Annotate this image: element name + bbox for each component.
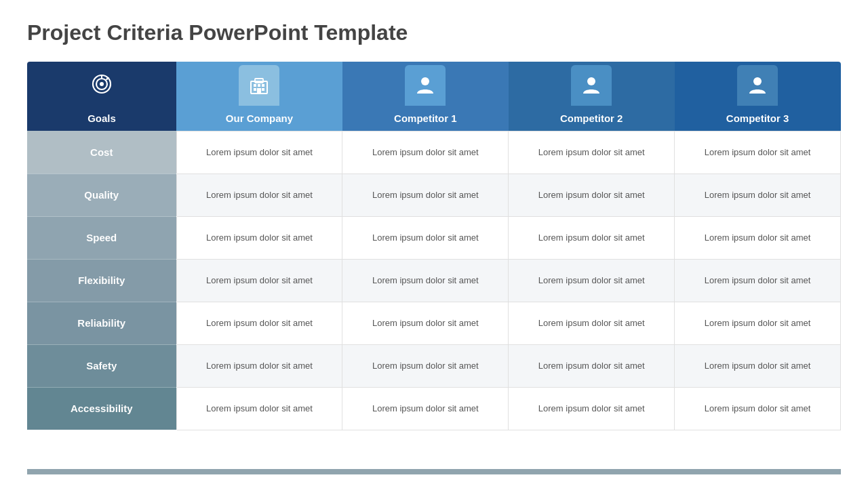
data-cell: Lorem ipsum dolor sit amet <box>509 344 675 387</box>
data-cell: Lorem ipsum dolor sit amet <box>176 131 342 174</box>
data-cell: Lorem ipsum dolor sit amet <box>342 259 509 302</box>
page-wrapper: Project Criteria PowerPoint Template <box>0 0 868 488</box>
table-row: QualityLorem ipsum dolor sit ametLorem i… <box>27 174 841 216</box>
data-cell: Lorem ipsum dolor sit amet <box>509 259 675 302</box>
goal-label: Safety <box>27 344 176 387</box>
data-cell: Lorem ipsum dolor sit amet <box>509 387 675 430</box>
data-cell: Lorem ipsum dolor sit amet <box>509 302 675 344</box>
data-cell: Lorem ipsum dolor sit amet <box>675 302 841 344</box>
bottom-bar <box>27 469 841 474</box>
data-cell: Lorem ipsum dolor sit amet <box>675 344 841 387</box>
data-cell: Lorem ipsum dolor sit amet <box>342 216 509 259</box>
goal-label: Reliability <box>27 302 176 344</box>
svg-rect-11 <box>254 88 256 91</box>
table-row: SpeedLorem ipsum dolor sit ametLorem ips… <box>27 216 841 259</box>
person-icon-2 <box>580 75 602 96</box>
header-row: Goals <box>27 62 841 131</box>
data-cell: Lorem ipsum dolor sit amet <box>675 174 841 216</box>
svg-point-2 <box>100 82 104 86</box>
comparison-table: Goals <box>27 62 841 430</box>
target-icon <box>91 73 113 95</box>
competitor1-icon-tab <box>405 65 446 106</box>
svg-rect-9 <box>258 84 260 87</box>
header-competitor2: Competitor 2 <box>509 62 675 131</box>
competitor3-header-label: Competitor 3 <box>722 106 793 131</box>
svg-point-15 <box>421 77 429 85</box>
data-cell: Lorem ipsum dolor sit amet <box>509 131 675 174</box>
data-cell: Lorem ipsum dolor sit amet <box>176 174 342 216</box>
data-cell: Lorem ipsum dolor sit amet <box>176 259 342 302</box>
header-goals: Goals <box>27 62 176 131</box>
goal-label: Flexibility <box>27 259 176 302</box>
goal-label: Cost <box>27 131 176 174</box>
data-cell: Lorem ipsum dolor sit amet <box>675 131 841 174</box>
table-body: CostLorem ipsum dolor sit ametLorem ipsu… <box>27 131 841 430</box>
building-icon <box>248 75 270 96</box>
table-row: ReliabilityLorem ipsum dolor sit ametLor… <box>27 302 841 344</box>
goals-header-label: Goals <box>83 106 120 131</box>
svg-point-16 <box>587 77 595 85</box>
data-cell: Lorem ipsum dolor sit amet <box>342 302 509 344</box>
data-cell: Lorem ipsum dolor sit amet <box>342 174 509 216</box>
competitor3-icon-tab <box>737 65 778 106</box>
table-row: AccessibilityLorem ipsum dolor sit ametL… <box>27 387 841 430</box>
svg-rect-12 <box>262 88 264 91</box>
competitor2-icon-tab <box>571 65 612 106</box>
data-cell: Lorem ipsum dolor sit amet <box>342 131 509 174</box>
data-cell: Lorem ipsum dolor sit amet <box>176 344 342 387</box>
data-cell: Lorem ipsum dolor sit amet <box>675 259 841 302</box>
competitor2-header-label: Competitor 2 <box>556 106 627 131</box>
data-cell: Lorem ipsum dolor sit amet <box>176 216 342 259</box>
goal-label: Quality <box>27 174 176 216</box>
header-competitor1: Competitor 1 <box>342 62 509 131</box>
data-cell: Lorem ipsum dolor sit amet <box>342 387 509 430</box>
table-row: CostLorem ipsum dolor sit ametLorem ipsu… <box>27 131 841 174</box>
table-row: FlexibilityLorem ipsum dolor sit ametLor… <box>27 259 841 302</box>
data-cell: Lorem ipsum dolor sit amet <box>675 387 841 430</box>
comparison-table-container: Goals <box>27 62 841 466</box>
header-our-company: Our Company <box>176 62 342 131</box>
our-company-icon-tab <box>239 65 279 106</box>
table-row: SafetyLorem ipsum dolor sit ametLorem ip… <box>27 344 841 387</box>
goal-label: Speed <box>27 216 176 259</box>
data-cell: Lorem ipsum dolor sit amet <box>509 174 675 216</box>
data-cell: Lorem ipsum dolor sit amet <box>176 302 342 344</box>
data-cell: Lorem ipsum dolor sit amet <box>509 216 675 259</box>
our-company-header-label: Our Company <box>222 106 297 131</box>
data-cell: Lorem ipsum dolor sit amet <box>675 216 841 259</box>
page-title: Project Criteria PowerPoint Template <box>27 20 841 45</box>
svg-rect-8 <box>254 84 256 87</box>
svg-point-17 <box>753 77 762 85</box>
svg-rect-13 <box>257 88 261 94</box>
svg-rect-10 <box>262 84 264 87</box>
competitor1-header-label: Competitor 1 <box>390 106 461 131</box>
data-cell: Lorem ipsum dolor sit amet <box>176 387 342 430</box>
person-icon-1 <box>414 75 436 96</box>
goal-label: Accessibility <box>27 387 176 430</box>
person-icon-3 <box>747 75 768 96</box>
goals-icon-tab <box>78 62 125 106</box>
data-cell: Lorem ipsum dolor sit amet <box>342 344 509 387</box>
header-competitor3: Competitor 3 <box>675 62 841 131</box>
